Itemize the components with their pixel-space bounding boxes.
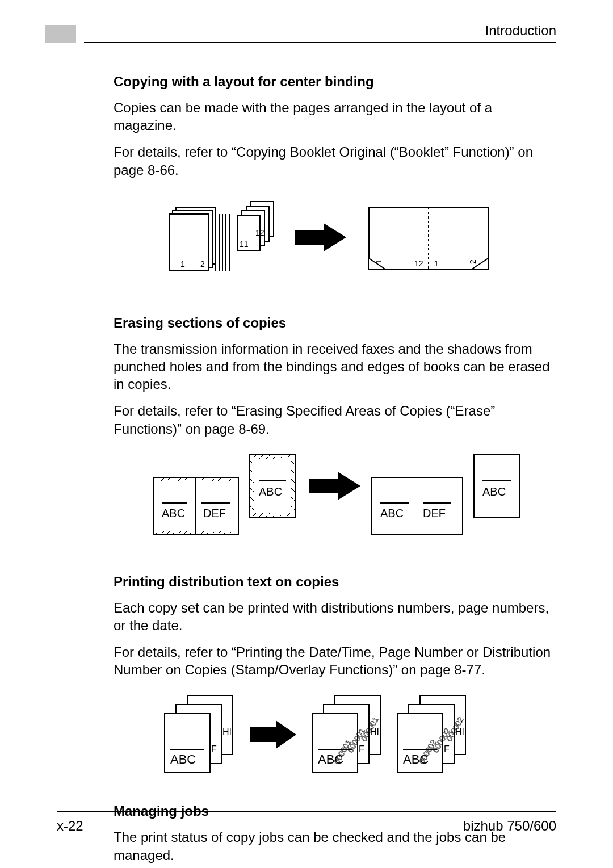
paragraph: The transmission information in received… xyxy=(114,340,556,393)
svg-rect-83 xyxy=(250,727,276,742)
page-footer: x-22 bizhub 750/600 xyxy=(57,811,556,834)
page-content: Copying with a layout for center binding… xyxy=(114,74,556,868)
paragraph: For details, refer to “Printing the Date… xyxy=(114,643,556,678)
page: Introduction Copying with a layout for c… xyxy=(0,0,613,868)
figure-stamp: ABC F HI ABC F HI 00 xyxy=(114,690,556,781)
label: 1 xyxy=(374,259,383,264)
erase-diagram-svg: ABC DEF ABC xyxy=(148,449,522,551)
figure-erase: ABC DEF ABC xyxy=(114,449,556,551)
label: 11 xyxy=(240,240,249,249)
svg-rect-74 xyxy=(372,477,463,534)
label: F xyxy=(211,744,217,754)
label: 2 xyxy=(200,259,205,269)
svg-rect-72 xyxy=(309,479,338,493)
label: DEF xyxy=(203,507,226,519)
chapter-tab-mark xyxy=(45,25,76,43)
product-name: bizhub 750/600 xyxy=(463,818,556,834)
label: F xyxy=(444,744,450,754)
svg-rect-12 xyxy=(295,230,324,245)
label: F xyxy=(359,744,364,754)
booklet-diagram-svg: 1 2 11 12 xyxy=(153,190,517,292)
header-row: Introduction xyxy=(84,23,556,43)
label: 1 xyxy=(180,259,185,269)
label: HI xyxy=(222,727,232,737)
label: 12 xyxy=(255,228,264,237)
paragraph: For details, refer to “Copying Booklet O… xyxy=(114,143,556,178)
stamp-diagram-svg: ABC F HI ABC F HI 00 xyxy=(148,690,522,781)
paragraph: For details, refer to “Erasing Specified… xyxy=(114,402,556,437)
paragraph: Copies can be made with the pages arrang… xyxy=(114,99,556,134)
arrow-right-icon xyxy=(295,223,346,251)
paragraph: Each copy set can be printed with distri… xyxy=(114,599,556,634)
svg-marker-13 xyxy=(324,223,346,251)
arrow-right-icon xyxy=(250,720,296,749)
section-heading: Printing distribution text on copies xyxy=(114,574,556,590)
section-heading: Erasing sections of copies xyxy=(114,315,556,331)
section-heading: Copying with a layout for center binding xyxy=(114,74,556,90)
page-number: x-22 xyxy=(57,818,83,834)
label: 2 xyxy=(468,259,477,264)
figure-booklet: 1 2 11 12 xyxy=(114,190,556,292)
header-section-label: Introduction xyxy=(485,23,556,39)
label: ABC xyxy=(482,485,506,498)
label: ABC xyxy=(259,485,282,498)
label: ABC xyxy=(170,752,196,766)
arrow-right-icon xyxy=(309,472,360,500)
label: DEF xyxy=(423,507,446,519)
svg-marker-84 xyxy=(276,720,296,749)
page-header: Introduction xyxy=(45,23,556,43)
label: 12 xyxy=(414,259,423,268)
label: ABC xyxy=(162,507,185,519)
label: 1 xyxy=(434,259,439,268)
label: ABC xyxy=(380,507,404,519)
svg-marker-73 xyxy=(338,472,360,500)
